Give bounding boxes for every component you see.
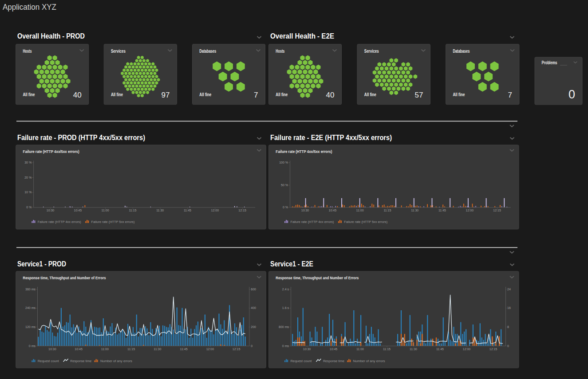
svg-text:12:00: 12:00 xyxy=(211,209,219,212)
svg-text:Application XYZ: Application XYZ xyxy=(3,2,56,12)
svg-text:600: 600 xyxy=(251,288,256,291)
svg-text:0 ms: 0 ms xyxy=(282,344,289,348)
svg-text:All fine: All fine xyxy=(23,92,35,97)
svg-text:40: 40 xyxy=(73,91,82,99)
svg-text:Failure rate (HTTP 5xx errors): Failure rate (HTTP 5xx errors) xyxy=(344,220,387,224)
svg-text:Number of any errors: Number of any errors xyxy=(100,359,132,363)
svg-text:Services: Services xyxy=(111,49,126,54)
svg-text:All fine: All fine xyxy=(453,92,465,97)
svg-text:11:00: 11:00 xyxy=(102,209,109,212)
svg-text:800 ms: 800 ms xyxy=(279,325,289,328)
svg-text:1.6 s: 1.6 s xyxy=(282,306,289,309)
svg-text:7: 7 xyxy=(254,91,258,99)
svg-text:400: 400 xyxy=(251,306,256,309)
svg-text:All fine: All fine xyxy=(199,92,211,97)
svg-text:12:15: 12:15 xyxy=(233,348,241,351)
svg-text:200: 200 xyxy=(251,325,256,328)
svg-text:10 %: 10 % xyxy=(24,191,32,194)
svg-text:16: 16 xyxy=(507,306,511,309)
svg-text:0 %: 0 % xyxy=(283,206,288,209)
svg-text:11:45: 11:45 xyxy=(438,209,446,212)
svg-text:Service1 - E2E: Service1 - E2E xyxy=(270,260,313,268)
svg-text:0: 0 xyxy=(251,344,253,348)
svg-text:12:15: 12:15 xyxy=(238,209,246,212)
svg-text:Failure rate (HTTP 5xx errors): Failure rate (HTTP 5xx errors) xyxy=(91,220,135,224)
svg-text:10:45: 10:45 xyxy=(330,348,338,351)
svg-text:11:00: 11:00 xyxy=(356,209,364,212)
svg-text:8: 8 xyxy=(507,325,509,328)
svg-text:11:30: 11:30 xyxy=(156,209,164,212)
svg-text:Overall Health - E2E: Overall Health - E2E xyxy=(270,32,334,40)
svg-text:10:30: 10:30 xyxy=(47,209,55,212)
svg-text:Response time: Response time xyxy=(70,359,91,363)
svg-text:Failure rate (HTTP 4xx/5xx err: Failure rate (HTTP 4xx/5xx errors) xyxy=(276,149,332,154)
svg-text:Response time, Throughput and: Response time, Throughput and Number of … xyxy=(276,276,359,280)
svg-text:Failure rate (HTTP 4xx errors): Failure rate (HTTP 4xx errors) xyxy=(290,220,334,224)
svg-text:0: 0 xyxy=(568,88,575,101)
svg-text:7: 7 xyxy=(508,91,512,99)
svg-text:2.4 s: 2.4 s xyxy=(282,288,289,291)
svg-text:360 ms: 360 ms xyxy=(25,288,36,291)
svg-text:240 ms: 240 ms xyxy=(25,306,36,309)
svg-text:Service1 - PROD: Service1 - PROD xyxy=(17,260,66,268)
svg-text:All fine: All fine xyxy=(364,92,376,97)
svg-text:10:30: 10:30 xyxy=(303,348,311,351)
svg-text:11:30: 11:30 xyxy=(411,209,418,212)
svg-text:57: 57 xyxy=(415,91,423,99)
svg-text:Overall Health - PROD: Overall Health - PROD xyxy=(17,32,85,40)
svg-text:10:30: 10:30 xyxy=(301,209,309,212)
svg-text:12:00: 12:00 xyxy=(463,348,471,351)
svg-text:11:45: 11:45 xyxy=(180,348,188,351)
svg-text:11:15: 11:15 xyxy=(127,348,135,351)
svg-text:0 ms: 0 ms xyxy=(29,344,36,348)
svg-text:11:00: 11:00 xyxy=(356,348,364,351)
svg-text:10:45: 10:45 xyxy=(75,348,83,351)
svg-text:10:45: 10:45 xyxy=(74,209,82,212)
svg-text:20 %: 20 % xyxy=(24,176,32,179)
svg-text:Databases: Databases xyxy=(453,49,470,54)
svg-text:10:30: 10:30 xyxy=(48,348,56,351)
svg-text:11:00: 11:00 xyxy=(101,348,109,351)
svg-text:50 %: 50 % xyxy=(281,184,288,187)
svg-text:11:15: 11:15 xyxy=(383,209,391,212)
svg-text:100 %: 100 % xyxy=(279,161,288,164)
svg-text:30 %: 30 % xyxy=(24,161,32,164)
svg-text:11:30: 11:30 xyxy=(154,348,161,351)
svg-text:Request count: Request count xyxy=(38,359,59,363)
svg-text:Failure rate - PROD (HTTP 4xx/: Failure rate - PROD (HTTP 4xx/5xx errors… xyxy=(17,134,145,141)
svg-text:Services: Services xyxy=(364,49,379,54)
svg-text:Number of any errors: Number of any errors xyxy=(353,359,385,363)
svg-text:97: 97 xyxy=(161,91,170,99)
svg-text:12:00: 12:00 xyxy=(466,209,474,212)
svg-text:10:45: 10:45 xyxy=(329,209,337,212)
svg-text:Hosts: Hosts xyxy=(276,49,284,54)
svg-text:11:45: 11:45 xyxy=(436,348,444,351)
svg-text:12:00: 12:00 xyxy=(206,348,214,351)
svg-text:12:15: 12:15 xyxy=(489,348,497,351)
svg-text:11:15: 11:15 xyxy=(129,209,136,212)
svg-text:Failure rate (HTTP 4xx/5xx err: Failure rate (HTTP 4xx/5xx errors) xyxy=(23,149,79,154)
svg-text:Problems: Problems xyxy=(542,60,557,65)
svg-text:11:15: 11:15 xyxy=(383,348,391,351)
svg-text:All fine: All fine xyxy=(111,92,123,97)
svg-text:Hosts: Hosts xyxy=(23,49,32,54)
svg-text:All fine: All fine xyxy=(276,92,288,97)
svg-text:0: 0 xyxy=(507,344,509,348)
svg-text:Response time, Throughput and: Response time, Throughput and Number of … xyxy=(23,276,106,280)
svg-text:12:15: 12:15 xyxy=(493,209,501,212)
svg-text:Request count: Request count xyxy=(290,359,312,363)
svg-text:0 %: 0 % xyxy=(26,206,32,209)
svg-text:120 ms: 120 ms xyxy=(25,325,36,328)
svg-text:24: 24 xyxy=(507,288,511,291)
svg-text:11:30: 11:30 xyxy=(410,348,417,351)
svg-text:Failure rate (HTTP 4xx errors): Failure rate (HTTP 4xx errors) xyxy=(38,220,81,224)
svg-text:11:45: 11:45 xyxy=(184,209,191,212)
svg-text:Databases: Databases xyxy=(199,49,216,54)
svg-text:Failure rate - E2E (HTTP 4xx/5: Failure rate - E2E (HTTP 4xx/5xx errors) xyxy=(270,134,392,141)
svg-text:Response time: Response time xyxy=(323,359,344,363)
svg-text:40: 40 xyxy=(326,91,335,99)
